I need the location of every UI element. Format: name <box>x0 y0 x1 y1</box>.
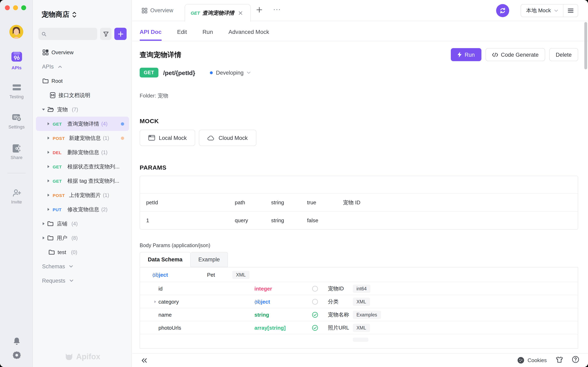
sidebar-tree-item[interactable]: 店铺 (4) <box>36 217 129 231</box>
search-icon <box>42 31 46 36</box>
field-badge[interactable]: int64 <box>353 284 370 292</box>
sidebar-tree-item[interactable]: 宠物 (7) <box>36 102 129 117</box>
tree-item-count: (0) <box>71 249 77 255</box>
environment-selector[interactable]: 本地 Mock <box>521 4 563 17</box>
code-generate-button[interactable]: Code Generate <box>485 48 545 61</box>
sidebar-tree-item[interactable]: DEL 删除宠物信息 (1) <box>36 145 129 159</box>
method-label: PUT <box>53 207 67 212</box>
root-xml-badge[interactable]: XML <box>232 271 249 279</box>
sidebar-tree-item[interactable]: 接口文档说明 <box>36 88 129 102</box>
cloud-icon <box>208 135 215 141</box>
tree-item-label: 查询宠物详情 <box>67 120 99 127</box>
merch-button[interactable] <box>556 356 563 364</box>
apis-icon <box>9 50 24 64</box>
sidebar-tree-item[interactable]: Requests <box>36 274 129 288</box>
rail-item-invite[interactable]: Invite <box>0 188 33 204</box>
field-name: category <box>158 299 179 305</box>
doc-tab[interactable]: Run <box>203 29 213 41</box>
name: name string 宠物名称 Examples <box>140 308 578 321</box>
field-badge[interactable]: XML <box>353 298 370 306</box>
tab-more-button[interactable]: ··· <box>273 6 281 13</box>
folder-icon <box>47 221 53 226</box>
env-menu-button[interactable] <box>563 4 578 17</box>
photoUrls: photoUrls array[string] 照片URL XML <box>140 321 578 334</box>
cloud-mock-button[interactable]: Cloud Mock <box>199 130 256 146</box>
rail-item-label: APIs <box>12 65 22 70</box>
rail-item-share[interactable]: Share <box>0 143 33 160</box>
params-rows: petId path string true 宠物 ID 1 query str… <box>140 193 578 229</box>
doc-tab[interactable]: Edit <box>177 29 187 41</box>
cookies-button[interactable]: Cookies <box>517 357 547 364</box>
run-button[interactable]: Run <box>451 48 481 61</box>
doc-tab-label: API Doc <box>140 29 162 35</box>
caret-right-icon <box>47 122 50 125</box>
project-switcher[interactable]: 宠物商店 <box>42 10 76 19</box>
tree-item-count: (2) <box>101 207 108 212</box>
sidebar-tree-item[interactable]: Overview <box>36 45 129 59</box>
tab-bar: Overview GET 查询宠物详情 ··· <box>132 0 588 21</box>
sidebar-tree-item[interactable]: Schemas <box>36 259 129 274</box>
doc-tab-label: Edit <box>177 29 187 35</box>
close-tab-icon[interactable] <box>238 11 242 15</box>
field-badge[interactable]: Examples <box>353 310 381 319</box>
rail-item-settings[interactable]: Settings <box>0 113 33 129</box>
tab-active-api[interactable]: GET 查询宠物详情 <box>185 4 251 22</box>
search-input-wrap[interactable] <box>38 28 97 40</box>
testing-icon <box>11 83 22 92</box>
sidebar-tree-item[interactable]: test (0) <box>36 245 129 259</box>
tab-example[interactable]: Example <box>191 252 228 267</box>
search-input[interactable] <box>49 31 94 37</box>
sync-button[interactable] <box>496 4 509 17</box>
sidebar-tree-item[interactable]: GET 根据状态查找宠物列... <box>36 159 129 174</box>
optional-circle-icon <box>312 299 318 305</box>
tree-item-count: (7) <box>72 107 78 112</box>
sidebar-tree-item[interactable]: POST 新建宠物信息 (1) <box>36 131 129 145</box>
status-selector[interactable]: Developing <box>210 69 251 76</box>
status-dot <box>210 71 213 74</box>
sync-icon <box>499 7 506 14</box>
help-button[interactable] <box>572 356 579 365</box>
field-badge[interactable]: XML <box>353 324 370 332</box>
body-params-label: Body Params (application/json) <box>140 243 578 248</box>
sidebar-tree-item[interactable]: 用户 (8) <box>36 231 129 245</box>
api-tree: Overview <box>34 45 131 288</box>
tab-overview[interactable]: Overview <box>142 7 173 13</box>
delete-button[interactable]: Delete <box>549 48 578 61</box>
collapse-sidebar-button[interactable] <box>141 358 147 363</box>
zoom-window-button[interactable] <box>21 5 26 10</box>
notifications-button[interactable] <box>0 337 33 346</box>
rail-item-apis[interactable]: APIs <box>0 50 33 70</box>
tab-data-schema[interactable]: Data Schema <box>140 252 191 267</box>
plus-icon <box>118 31 123 36</box>
sidebar-tree-item[interactable]: POST 上传宠物图片 (1) <box>36 188 129 202</box>
avatar[interactable] <box>9 25 23 39</box>
tree-item-count: (4) <box>101 121 108 127</box>
doc-tab[interactable]: Advanced Mock <box>228 29 269 41</box>
add-api-button[interactable] <box>114 28 127 40</box>
tab-title: 查询宠物详情 <box>202 9 234 17</box>
sidebar-tree-item[interactable]: PUT 修改宠物信息 (2) <box>36 202 129 217</box>
sidebar-tree-item[interactable]: GET 根据 tag 查找宠物列... <box>36 174 129 188</box>
scrollbar-thumb[interactable] <box>584 22 587 69</box>
sidebar-tree-item[interactable]: GET 查询宠物详情 (4) <box>36 117 129 131</box>
app-settings-button[interactable] <box>0 351 33 360</box>
rail-item-testing[interactable]: Testing <box>0 83 33 99</box>
schema-table: object {8} Pet XML id integer <box>140 267 578 349</box>
sidebar-tree-item[interactable]: Root <box>36 74 129 88</box>
param-location: query <box>235 217 271 224</box>
left-rail: APIs Testing Settings <box>0 0 33 367</box>
expand-caret-icon[interactable] <box>154 300 157 303</box>
filter-button[interactable] <box>100 28 112 40</box>
local-mock-button[interactable]: Local Mock <box>140 130 195 146</box>
close-window-button[interactable] <box>5 5 10 10</box>
sidebar-tree-item[interactable]: APIs <box>36 59 129 74</box>
filter-icon <box>103 31 108 36</box>
caret-right-icon <box>47 193 50 197</box>
new-tab-button[interactable] <box>256 7 263 13</box>
api-title: 查询宠物详情 <box>140 50 181 59</box>
minimize-window-button[interactable] <box>13 5 18 10</box>
doc-tab[interactable]: API Doc <box>140 29 162 41</box>
caret-down-icon <box>42 108 45 111</box>
method-label: POST <box>53 136 69 141</box>
method-label: GET <box>53 164 67 169</box>
